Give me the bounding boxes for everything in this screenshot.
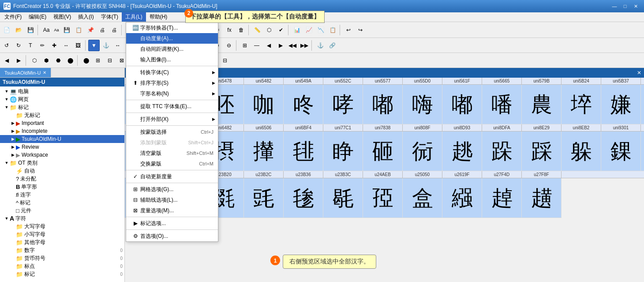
menu-insert[interactable]: 插入(I) <box>75 12 97 22</box>
glyph-cell-7[interactable]: 嗨 <box>403 85 442 124</box>
tb-font-preview[interactable]: Aa <box>41 24 52 36</box>
maximize-button[interactable]: □ <box>620 2 630 10</box>
tree-lowercase[interactable]: 📁 小写字母 <box>0 230 124 238</box>
tb-open[interactable]: 📂 <box>13 24 24 36</box>
tb-save[interactable]: 💾 <box>25 24 36 36</box>
glyph-cell2-4[interactable]: 毴 <box>284 132 323 171</box>
glyph-cell3-3[interactable]: 毭 <box>244 178 284 218</box>
tb-validate[interactable]: ✔ <box>275 24 287 36</box>
tb3-btn3[interactable]: ⬡ <box>29 55 40 66</box>
tb-kern[interactable]: ⬡ <box>263 24 275 36</box>
glyph-cell3-9[interactable]: 趠 <box>482 178 522 218</box>
tb2-guide[interactable]: — <box>251 40 262 51</box>
tree-digits[interactable]: 📁 数字 0 <box>0 246 124 254</box>
glyph-cell2-12[interactable]: 錁 <box>601 132 641 171</box>
glyph-tree[interactable]: ▼ 💻 电脑 ▼ 🌐 网页 ▼ 📁 标记 📁 无标记 <box>0 86 124 282</box>
tree-computer[interactable]: ▼ 💻 电脑 <box>0 87 124 95</box>
glyph-cell3-10[interactable]: 趪 <box>522 178 562 218</box>
glyph-cell2-13[interactable]: 劊 <box>641 132 644 171</box>
glyph-cell-6[interactable]: 嘟 <box>363 85 403 124</box>
tb-metrics[interactable]: 📏 <box>251 24 263 36</box>
tb3-btn2[interactable]: ▶ <box>13 55 24 66</box>
tb2-nav-left[interactable]: ◀ <box>263 40 274 51</box>
tree-mark2[interactable]: 📁 标记 0 <box>0 270 124 278</box>
tree-marks[interactable]: ▼ 📁 标记 <box>0 103 124 111</box>
tree-incomplete[interactable]: ▶ ▶ Incomplete <box>0 127 124 135</box>
tb2-link[interactable]: 🔗 <box>326 40 338 51</box>
tb3-btn6[interactable]: ⬤ <box>64 55 76 66</box>
glyph-cell-13[interactable]: 艦 <box>641 85 644 124</box>
tb2-zoom4[interactable]: ⊖ <box>223 40 235 51</box>
tb-fx[interactable]: fx <box>224 24 235 36</box>
menu-metrics-options[interactable]: ⊠ 度量选项(M)... <box>126 205 218 216</box>
tb-new[interactable]: 📄 <box>1 24 12 36</box>
tree-completed[interactable]: ▶ ▶ TsukuAOldMin-U <box>0 135 124 143</box>
tb-undo[interactable]: ↩ <box>343 24 354 36</box>
glyph-cell3-8[interactable]: 繦 <box>442 178 482 218</box>
tb2-flip-h[interactable]: ↔ <box>112 40 124 51</box>
tb-toolbar2[interactable]: Aa <box>52 24 60 36</box>
glyph-close-btn[interactable]: ✕ <box>637 70 641 76</box>
tb-paste[interactable]: 📌 <box>85 24 96 36</box>
tb2-btn2[interactable]: ↻ <box>13 40 24 51</box>
tb-redo[interactable]: ↪ <box>355 24 366 36</box>
tb3-split[interactable]: ⊟ <box>219 55 231 66</box>
tb-prop1[interactable]: 📊 <box>291 24 303 36</box>
tb2-filter[interactable]: ▼ <box>88 40 100 51</box>
tree-other-letters[interactable]: 📁 其他字母 <box>0 238 124 246</box>
menu-sort-glyphs[interactable]: ⬆ 排序字形(S) <box>126 78 218 88</box>
menu-edit[interactable]: 编辑(E) <box>25 12 50 22</box>
menu-font[interactable]: 字体(T) <box>97 12 122 22</box>
menu-file[interactable]: 文件(F) <box>1 12 25 22</box>
tb2-edit[interactable]: ✏ <box>37 40 48 51</box>
glyph-cell3-6[interactable]: 孲 <box>363 178 403 218</box>
menu-select-by-mask[interactable]: 按蒙版选择 Ctrl+J <box>126 127 218 137</box>
font-tab[interactable]: TsukuAOldMin-U ✕ <box>0 68 51 77</box>
tb2-nav-right2[interactable]: ▶▶ <box>299 40 310 51</box>
tb-save2[interactable]: 💾 <box>61 24 72 36</box>
menu-auto-kern[interactable]: 自动间距调整(K)... <box>126 44 218 54</box>
tb2-nav-left2[interactable]: ◀◀ <box>287 40 298 51</box>
menu-grid-options[interactable]: ⊞ 网格选项(G)... <box>126 184 218 195</box>
glyph-cell-4[interactable]: 咚 <box>284 85 323 124</box>
glyph-cell3-5[interactable]: 毼 <box>323 178 363 218</box>
glyph-cell-8[interactable]: 嘟 <box>442 85 482 124</box>
tb3-align-c[interactable]: ⊞ <box>92 55 104 66</box>
tree-unassigned[interactable]: ? 未分配 <box>0 175 124 183</box>
glyph-cell3-7[interactable]: 盒 <box>403 178 442 218</box>
menu-tools[interactable]: 工具(L) <box>122 12 146 22</box>
tb2-btn1[interactable]: ↺ <box>1 40 12 51</box>
tb-copy[interactable]: 📋 <box>73 24 84 36</box>
glyph-cell-11[interactable]: 埣 <box>562 85 601 124</box>
tb-print2[interactable]: 🖨 <box>109 24 120 36</box>
tree-uppercase[interactable]: 📁 大写字母 <box>0 222 124 230</box>
menu-glyph-transform[interactable]: 🔤 字形转换器(T)... <box>126 23 218 33</box>
tb-prop4[interactable]: 📋 <box>327 24 338 36</box>
tb3-btn4[interactable]: ⬢ <box>41 55 52 66</box>
glyph-cell2-8[interactable]: 趒 <box>442 132 482 171</box>
tb-print[interactable]: 🖨 <box>97 24 108 36</box>
tree-currency[interactable]: 📁 货币符号 0 <box>0 254 124 262</box>
minimize-button[interactable]: — <box>610 2 619 10</box>
tree-unmarked[interactable]: 📁 无标记 <box>0 111 124 119</box>
tab-close-btn[interactable]: ✕ <box>43 70 46 75</box>
tree-ligature[interactable]: fi 连字 <box>0 191 124 199</box>
glyph-cell-5[interactable]: 哮 <box>323 85 363 124</box>
menu-convert-font[interactable]: 转换字体(C) <box>126 67 218 78</box>
glyph-cell2-7[interactable]: 衏 <box>403 132 442 171</box>
tree-review[interactable]: ▶ ▶ Review <box>0 143 124 151</box>
glyph-cell-3[interactable]: 咖 <box>244 85 284 124</box>
tb-erase[interactable]: 🗑 <box>236 24 247 36</box>
tree-single[interactable]: B 单字形 <box>0 183 124 191</box>
menu-add-to-mask[interactable]: 添加到蒙版 Shift+Ctrl+J <box>126 137 218 148</box>
tree-ot[interactable]: ▼ 📁 OT 类别 <box>0 159 124 167</box>
tree-web[interactable]: ▼ 🌐 网页 <box>0 95 124 103</box>
menu-preferences[interactable]: ⚙ 首选项(O)... <box>126 231 218 241</box>
menu-glyph-names[interactable]: 字形名称(N) <box>126 88 218 99</box>
tb2-grid[interactable]: ⊞ <box>239 40 251 51</box>
tb3-align-l[interactable]: ⬤ <box>80 55 92 66</box>
menu-mark-options[interactable]: ▶ 标记选项... <box>126 218 218 229</box>
glyph-cell2-10[interactable]: 踩 <box>522 132 562 171</box>
menu-swap-mask[interactable]: 交换蒙版 Ctrl+M <box>126 158 218 169</box>
tb2-image[interactable]: 🖼 <box>72 40 84 51</box>
